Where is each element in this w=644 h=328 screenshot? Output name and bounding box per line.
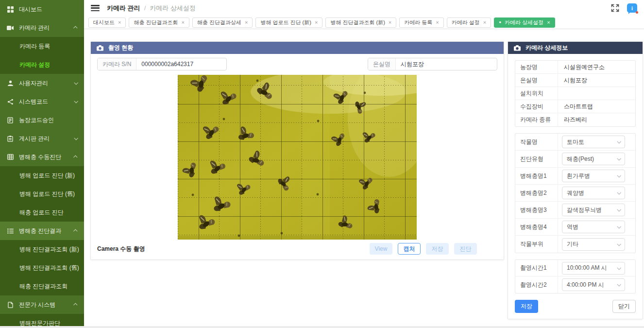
sidebar-subitem-camera-settings[interactable]: 카메라 설정 <box>0 55 84 74</box>
bottom-scrollbar-track[interactable] <box>0 326 644 328</box>
chat-notification-icon[interactable]: i <box>627 3 637 13</box>
camera-sn-group: 카메라 S/N 000000002a642317 <box>97 58 227 70</box>
chevron-down-icon <box>617 224 621 228</box>
capture-action-button[interactable]: 캡처 <box>398 243 421 255</box>
table-row: 병해충명1흰가루병 <box>515 168 635 185</box>
camera-sn-label: 카메라 S/N <box>98 58 136 70</box>
row-value: 스마트트랩 <box>558 100 635 113</box>
select-진단유형[interactable]: 해충(Pest) <box>562 153 625 165</box>
capture-action-button[interactable]: 진단 <box>454 243 477 255</box>
sidebar-item-label: 병해충 수동진단 <box>19 153 61 161</box>
sidebar-subitem-disease-result-view-old[interactable]: 병해 진단결과조회 (舊) <box>0 259 84 277</box>
row-label: 수집장비 <box>515 100 558 113</box>
row-value: 흰가루병 <box>558 168 635 184</box>
row-value: 시설원예연구소 <box>558 61 635 73</box>
select-작물부위[interactable]: 기타 <box>562 238 625 251</box>
tab-item[interactable]: 병해 진단결과조회 (新)× <box>325 17 396 28</box>
breadcrumb-section[interactable]: 카메라 관리 <box>107 4 140 13</box>
table-row: 촬영시간110:00:00 AM 시 <box>515 260 635 276</box>
sidebar-item-system-code[interactable]: 시스템코드 <box>0 92 84 111</box>
sidebar-item-pest-diagnosis-results[interactable]: 병해충 진단결과 <box>0 222 84 240</box>
capture-panel: 촬영 현황 카메라 S/N 000000002a642317 온실명 시험포장 <box>90 41 504 260</box>
detail-panel-title: 카메라 상세정보 <box>525 44 568 52</box>
sidebar-item-camera-management[interactable]: 카메라 관리 <box>0 18 84 37</box>
sidebar-item-board-management[interactable]: 게시판 관리 <box>0 129 84 148</box>
select-value: 궤양병 <box>567 189 584 197</box>
hamburger-menu-icon[interactable] <box>91 5 100 11</box>
trap-speck <box>256 80 259 82</box>
list-icon <box>7 227 14 234</box>
sidebar-subitem-camera-register[interactable]: 카메라 등록 <box>0 37 84 55</box>
tab-item[interactable]: 병해 업로드 진단 (新)× <box>255 17 322 28</box>
table-row: 작물부위기타 <box>515 236 635 253</box>
row-label: 병해충명3 <box>515 202 558 218</box>
tab-item[interactable]: 해충 진단결과조회× <box>129 17 189 28</box>
tab-active-item[interactable]: ●카메라 상세설정× <box>494 17 555 28</box>
capture-action-button[interactable]: 저장 <box>426 243 449 255</box>
notification-dot <box>636 11 638 14</box>
row-value: 갈색점무늬병 <box>558 202 635 218</box>
fullscreen-icon[interactable] <box>611 4 619 12</box>
row-label: 촬영시간1 <box>515 260 558 276</box>
select-작물명[interactable]: 토마토 <box>562 136 625 148</box>
tab-close-icon[interactable]: × <box>118 19 121 25</box>
tab-item[interactable]: 해충 진단결과상세× <box>192 17 253 28</box>
tab-close-icon[interactable]: × <box>436 19 439 25</box>
tab-label: 대시보드 <box>93 19 115 26</box>
tab-close-icon[interactable]: × <box>315 19 318 25</box>
sidebar-item-label: 농장코드승인 <box>19 116 54 124</box>
trap-speck <box>223 118 225 121</box>
sidebar-item-pest-manual-diagnosis[interactable]: 병해충 수동진단 <box>0 148 84 166</box>
select-병해충명4[interactable]: 역병 <box>562 221 625 233</box>
view-button[interactable]: View <box>370 243 392 255</box>
sidebar-subitem-pest-upload-diagnosis[interactable]: 해충 업로드 진단 <box>0 203 84 222</box>
close-button[interactable]: 닫기 <box>612 300 636 313</box>
sidebar-subitem-disease-result-view-new[interactable]: 병해 진단결과조회 (新) <box>0 240 84 259</box>
chat-glyph: i <box>631 5 633 11</box>
sidebar-item-label: 전문가 시스템 <box>19 301 55 309</box>
doc-icon <box>7 117 14 123</box>
sidebar-item-dashboard[interactable]: 대시보드 <box>0 0 84 18</box>
tab-close-icon[interactable]: × <box>182 19 185 25</box>
sidebar-item-label: 사용자관리 <box>19 79 48 87</box>
tab-close-icon[interactable]: × <box>483 19 486 25</box>
select-value: 토마토 <box>567 138 584 146</box>
greenhouse-name-group: 온실명 시험포장 <box>368 58 497 70</box>
select-value: 기타 <box>567 240 578 248</box>
camera-sn-input[interactable]: 000000002a642317 <box>136 58 226 70</box>
tab-close-icon[interactable]: × <box>547 19 550 25</box>
greenhouse-name-input[interactable]: 시험포장 <box>396 58 497 70</box>
tab-item[interactable]: 카메라 등록× <box>399 17 444 28</box>
active-tab-dot: ● <box>499 20 501 24</box>
capture-buttons: View캡처저장진단 <box>370 243 477 255</box>
select-병해충명3[interactable]: 갈색점무늬병 <box>562 204 625 216</box>
sidebar-subitem-disease-upload-diagnosis-old[interactable]: 병해 업로드 진단 (舊) <box>0 185 84 203</box>
dashboard-icon <box>7 6 14 13</box>
chevron-down-icon <box>617 156 621 160</box>
tab-item[interactable]: 카메라 설정× <box>447 17 491 28</box>
sidebar-item-expert-system[interactable]: 전문가 시스템 <box>0 295 84 314</box>
select-촬영시간1[interactable]: 10:00:00 AM 시 <box>562 262 625 275</box>
chevron-up-icon <box>73 155 77 159</box>
row-label: 작물부위 <box>515 236 558 253</box>
sidebar-item-user-management[interactable]: 사용자관리 <box>0 74 84 92</box>
chevron-down-icon <box>617 190 621 194</box>
sidebar-item-farm-code-approval[interactable]: 농장코드승인 <box>0 111 84 129</box>
tab-label: 병해 진단결과조회 (新) <box>330 19 385 26</box>
select-value: 흰가루병 <box>567 172 590 180</box>
save-button[interactable]: 저장 <box>515 300 538 313</box>
table-row: 농장명시설원예연구소 <box>515 61 635 74</box>
row-label: 작물명 <box>515 134 558 150</box>
select-병해충명2[interactable]: 궤양병 <box>562 187 625 199</box>
select-촬영시간2[interactable]: 4:00:00 PM 시 <box>562 278 625 291</box>
tab-close-icon[interactable]: × <box>389 19 391 25</box>
detail-panel-actions: 저장 닫기 <box>515 300 636 313</box>
sidebar-subitem-disease-upload-diagnosis-new[interactable]: 병해 업로드 진단 (新) <box>0 166 84 185</box>
sidebar-subitem-pest-result-view[interactable]: 해충 진단결과조회 <box>0 277 84 295</box>
trap-speck <box>364 92 366 94</box>
table-row: 병해충명3갈색점무늬병 <box>515 202 635 219</box>
tab-close-icon[interactable]: × <box>245 19 248 25</box>
row-label: 병해충명1 <box>515 168 558 184</box>
select-병해충명1[interactable]: 흰가루병 <box>562 170 625 182</box>
tab-item[interactable]: 대시보드× <box>88 17 126 28</box>
